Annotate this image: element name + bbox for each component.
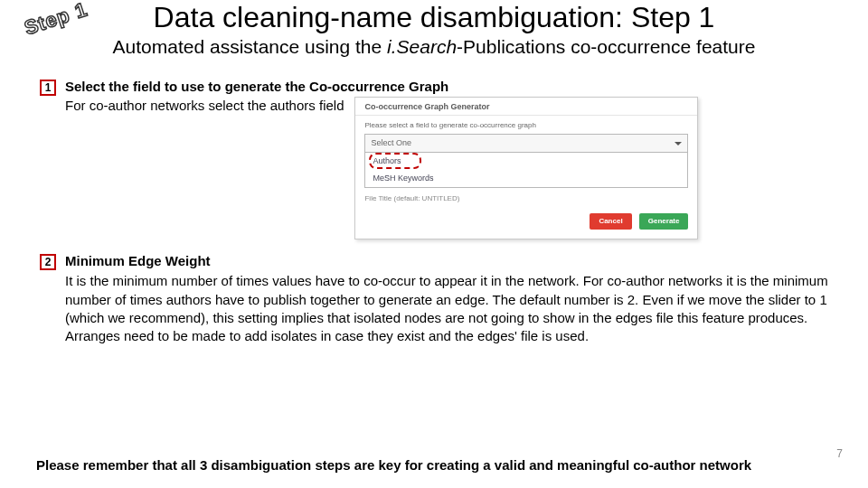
footnote: Please remember that all 3 disambiguatio… [36,456,832,474]
page-title: Data cleaning-name disambiguation: Step … [36,0,832,33]
option-mesh-keywords[interactable]: MeSH Keywords [365,170,687,187]
panel-title: Co-occurrence Graph Generator [355,98,697,116]
subtitle-emphasis: i.Search [387,36,457,57]
step-item-body: Minimum Edge Weight It is the minimum nu… [65,252,832,347]
file-title-label: File Title (default: UNTITLED) [364,195,688,202]
step-item-line2: For co-author networks select the author… [65,97,344,115]
cancel-button[interactable]: Cancel [590,213,631,230]
step-item-body: Select the field to use to generate the … [65,78,832,239]
graph-generator-panel: Co-occurrence Graph Generator Please sel… [354,97,698,239]
field-select-dropdown: Authors MeSH Keywords [364,153,688,188]
panel-actions: Cancel Generate [364,210,688,230]
step-item-2: 2 Minimum Edge Weight It is the minimum … [36,252,832,347]
page-subtitle: Automated assistance using the i.Search-… [36,35,832,58]
page-number: 7 [836,448,843,459]
generate-button[interactable]: Generate [639,213,689,230]
step-item-heading: Minimum Edge Weight [65,252,832,270]
step-item-1: 1 Select the field to use to generate th… [36,78,832,239]
step-item-heading: Select the field to use to generate the … [65,79,448,94]
subtitle-post: -Publications co-occurrence feature [457,36,755,57]
step-item-text: It is the minimum number of times values… [65,272,832,345]
panel-prompt: Please select a field to generate co-occ… [364,121,688,130]
embedded-screenshot: Co-occurrence Graph Generator Please sel… [354,97,698,239]
subtitle-pre: Automated assistance using the [113,36,388,57]
slide: Step 1 Data cleaning-name disambiguation… [0,0,868,488]
step-number-box: 2 [40,254,56,270]
field-select[interactable]: Select One [364,134,688,153]
step-number-box: 1 [40,80,56,96]
option-authors[interactable]: Authors [365,153,687,170]
